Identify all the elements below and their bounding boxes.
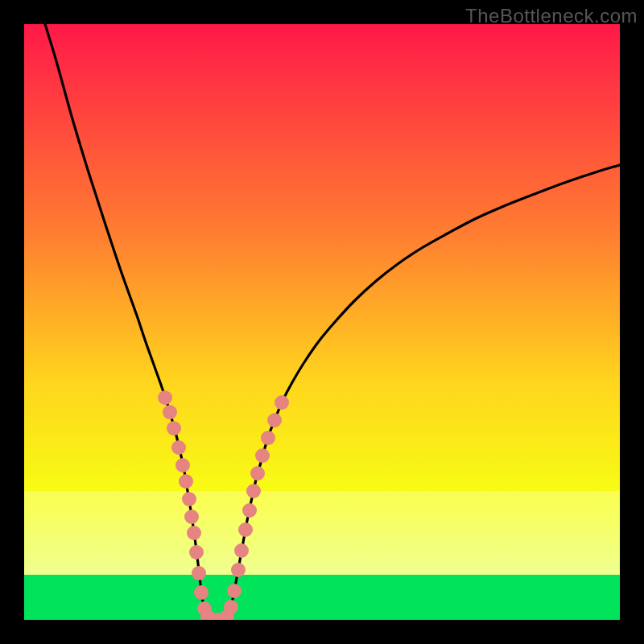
- data-marker: [242, 503, 257, 518]
- data-marker: [175, 458, 190, 473]
- data-marker: [194, 585, 208, 600]
- data-marker: [189, 545, 204, 559]
- data-marker: [246, 484, 261, 498]
- data-marker: [275, 395, 289, 410]
- data-marker: [179, 474, 193, 489]
- bottleneck-chart: [24, 24, 620, 620]
- data-marker: [163, 405, 177, 419]
- lighten-band: [24, 491, 620, 575]
- data-marker: [234, 543, 249, 558]
- watermark-text: TheBottleneck.com: [465, 5, 638, 27]
- chart-frame: [24, 24, 620, 620]
- data-marker: [224, 600, 238, 614]
- data-marker: [231, 563, 246, 577]
- data-marker: [171, 440, 186, 455]
- data-marker: [182, 492, 196, 506]
- green-band: [24, 575, 620, 620]
- data-marker: [192, 566, 206, 580]
- data-marker: [187, 526, 201, 540]
- data-marker: [238, 522, 253, 537]
- data-marker: [227, 584, 242, 598]
- data-marker: [267, 413, 282, 427]
- data-marker: [184, 510, 199, 524]
- data-marker: [255, 448, 270, 463]
- data-marker: [158, 390, 172, 405]
- data-marker: [250, 466, 265, 481]
- data-marker: [261, 431, 275, 445]
- data-marker: [167, 421, 181, 436]
